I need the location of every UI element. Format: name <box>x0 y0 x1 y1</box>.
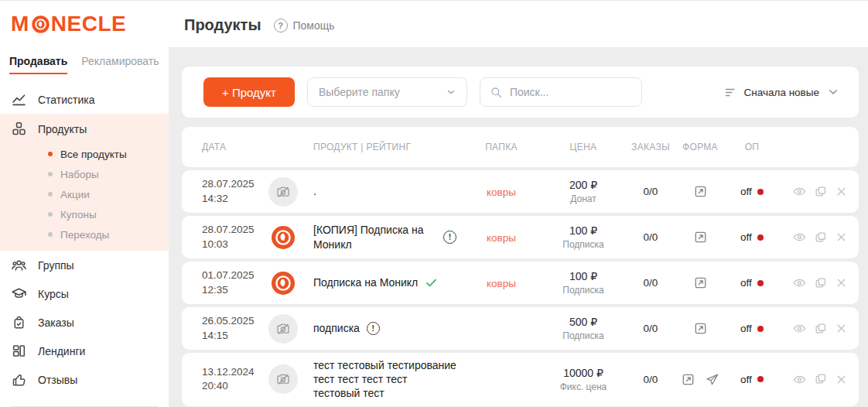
toolbar: + Продукт Выберите папку Сначала новые <box>182 67 859 118</box>
landings-icon <box>11 343 27 359</box>
copy-icon[interactable] <box>814 372 828 386</box>
product-title: Подписка на Моникл <box>313 275 418 289</box>
status-dot-icon <box>757 234 764 241</box>
copy-icon[interactable] <box>814 276 828 290</box>
status-dot-icon <box>757 280 764 286</box>
sidebar-item-promos[interactable]: Акции <box>0 184 169 204</box>
eye-icon[interactable] <box>792 275 807 290</box>
sidebar-item-landings[interactable]: Лендинги <box>0 337 169 365</box>
folder-link[interactable]: ковры <box>487 186 516 198</box>
search-input[interactable] <box>510 86 626 98</box>
add-product-button[interactable]: + Продукт <box>203 77 295 107</box>
form-icon[interactable] <box>693 184 708 199</box>
col-folder: ПАПКА <box>461 142 542 152</box>
orders-count: 0/0 <box>625 186 676 197</box>
price-type: Фикс. цена <box>542 381 625 392</box>
sidebar-item-all-products[interactable]: Все продукты <box>0 144 169 164</box>
send-icon[interactable] <box>705 372 719 387</box>
row-date: 26.05.202514:15 <box>202 314 268 342</box>
sidebar-item-courses[interactable]: Курсы <box>0 279 169 308</box>
folder-select[interactable]: Выберите папку <box>307 77 467 107</box>
form-icon[interactable] <box>681 372 695 387</box>
sidebar-products-group: Продукты Все продукты Наборы Акции Купон… <box>0 114 169 251</box>
monecle-leaf-icon <box>31 15 50 34</box>
eye-icon[interactable] <box>792 184 807 199</box>
chevron-down-icon <box>445 86 457 98</box>
op-status: off <box>740 374 752 385</box>
tab-advertise[interactable]: Рекламировать <box>81 55 159 74</box>
copy-icon[interactable] <box>814 322 828 336</box>
table-row[interactable]: 26.05.202514:15 подписка ! 500 ₽ Подписк… <box>182 307 859 350</box>
courses-icon <box>11 286 27 302</box>
form-icon[interactable] <box>693 230 708 245</box>
close-icon[interactable] <box>835 322 848 335</box>
sidebar-item-orders[interactable]: Заказы <box>0 308 169 337</box>
folder-link[interactable]: ковры <box>487 232 516 244</box>
sort-icon <box>724 86 737 99</box>
reviews-icon <box>11 371 27 388</box>
col-op: ОП <box>724 142 780 152</box>
product-title: [КОПИЯ] Подписка на Моникл <box>313 223 436 251</box>
table-row[interactable]: 13.12.202420:40 тест тестовый тестирован… <box>182 353 859 406</box>
sidebar-item-label: Продукты <box>38 123 87 135</box>
sidebar-item-label: Лендинги <box>38 345 85 357</box>
tab-sell[interactable]: Продавать <box>9 55 67 74</box>
price-type: Подписка <box>542 330 625 341</box>
copy-icon[interactable] <box>814 185 828 199</box>
question-icon: ? <box>274 19 288 32</box>
logo-text-suffix: NECLE <box>51 13 126 35</box>
sidebar-item-reviews[interactable]: Отзывы <box>0 365 169 394</box>
table-row[interactable]: 28.07.202510:03 [КОПИЯ] Подписка на Мони… <box>182 216 859 258</box>
table-row[interactable]: 28.07.202514:32 . ковры 200 ₽ Донат 0/0 … <box>182 170 859 213</box>
sort-control[interactable]: Сначала новые <box>724 85 840 99</box>
eye-icon[interactable] <box>792 321 807 336</box>
sidebar-item-label: Статистика <box>38 94 95 106</box>
sidebar-item-groups[interactable]: Группы <box>0 251 169 279</box>
copy-icon[interactable] <box>814 231 828 245</box>
eye-icon[interactable] <box>792 372 807 387</box>
status-dot-icon <box>757 326 764 332</box>
price: 500 ₽ <box>542 316 625 328</box>
form-icon[interactable] <box>693 321 708 336</box>
chevron-down-icon <box>826 85 840 99</box>
bullet-icon <box>48 152 53 156</box>
sidebar-nav: Статистика Продукты Все продукты Наборы … <box>0 85 169 407</box>
products-icon <box>11 121 27 137</box>
sidebar-item-bundles[interactable]: Наборы <box>0 164 169 184</box>
orders-count: 0/0 <box>625 231 676 243</box>
folder-link[interactable]: ковры <box>487 278 516 289</box>
groups-icon <box>11 257 27 273</box>
close-icon[interactable] <box>835 185 848 198</box>
sidebar-item-products[interactable]: Продукты <box>0 114 169 144</box>
row-date: 28.07.202510:03 <box>202 223 268 251</box>
eye-icon[interactable] <box>792 230 807 245</box>
orders-count: 0/0 <box>625 323 676 334</box>
price-type: Подписка <box>542 285 625 296</box>
col-form: ФОРМА <box>676 142 724 152</box>
close-icon[interactable] <box>835 276 848 289</box>
product-logo-thumb <box>268 268 298 298</box>
sidebar-item-transitions[interactable]: Переходы <box>0 224 169 245</box>
bullet-icon <box>48 212 53 217</box>
help-link[interactable]: ? Помощь <box>274 19 335 32</box>
bullet-icon <box>48 172 53 176</box>
sidebar-item-statistics[interactable]: Статистика <box>0 85 169 114</box>
page-title: Продукты <box>184 16 261 34</box>
form-icon[interactable] <box>693 275 708 290</box>
mode-tabs: Продавать Рекламировать <box>0 35 169 74</box>
row-date: 28.07.202514:32 <box>202 177 268 205</box>
product-title: тест тестовый тестирование тест тест тес… <box>313 358 456 401</box>
col-product: ПРОДУКТ | РЕЙТИНГ <box>313 142 461 152</box>
row-date: 13.12.202420:40 <box>202 365 268 393</box>
chart-icon <box>11 91 27 108</box>
close-icon[interactable] <box>835 231 848 244</box>
close-icon[interactable] <box>835 373 848 386</box>
bullet-icon <box>48 192 53 197</box>
price: 200 ₽ <box>542 179 625 191</box>
sidebar-item-coupons[interactable]: Купоны <box>0 204 169 224</box>
op-status: off <box>740 186 752 197</box>
table-row[interactable]: 01.07.202512:35 Подписка на Моникл ковры… <box>182 262 859 304</box>
logo[interactable]: M NECLE <box>0 1 169 35</box>
warning-icon: ! <box>443 231 456 244</box>
price: 10000 ₽ <box>542 367 625 379</box>
